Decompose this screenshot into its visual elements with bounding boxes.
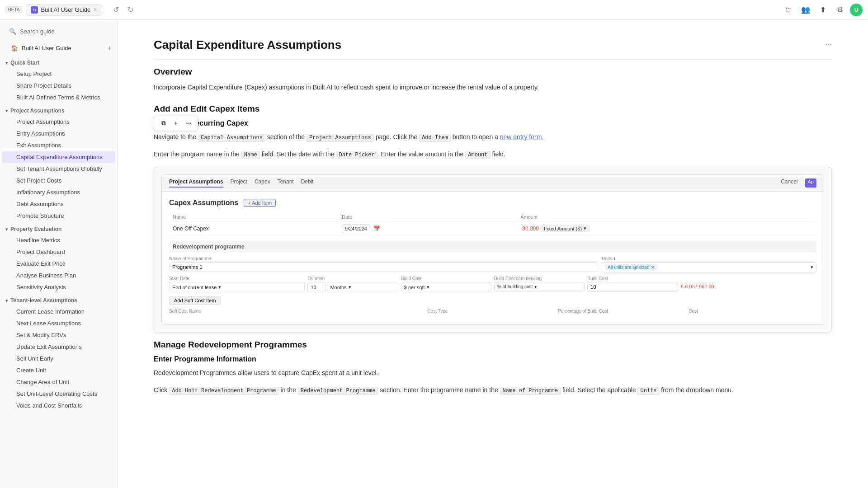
project-assumptions-code: Project Assumptions [307,134,374,142]
toolbar-add-button[interactable]: + [170,118,181,129]
sidebar-item-exit-assumptions[interactable]: Exit Assumptions [2,140,115,151]
sidebar-item-capex-assumptions[interactable]: Capital Expenditure Assumptions [2,151,115,163]
add-page-button[interactable]: + [108,44,112,52]
folder-icon-button[interactable]: 🗂 [781,3,796,17]
sc-nav-tenant[interactable]: Tenant [278,178,294,188]
sc-prog-units-label: Units ℹ [602,256,816,261]
sidebar-item-share-project[interactable]: Share Project Details [2,80,115,91]
sc-units-info-icon: ℹ [613,256,615,261]
sc-duration-input[interactable] [307,282,326,292]
sidebar-item-analyse-business[interactable]: Analyse Business Plan [2,270,115,281]
sc-start-date-select[interactable]: End of current lease ▾ [169,282,305,292]
topbar-right: 🗂 👥 ⬆ ⚙ U [781,3,863,17]
content-area: Capital Expenditure Assumptions ··· Over… [118,20,868,488]
sidebar-item-next-lease[interactable]: Next Lease Assumptions [2,318,115,329]
sidebar-item-project-dashboard[interactable]: Project Dashboard [2,246,115,258]
sidebar-item-change-area[interactable]: Change Area of Unit [2,376,115,388]
toolbar-copy-button[interactable]: ⧉ [158,118,169,129]
sc-nav-capex[interactable]: Capex [255,178,270,188]
page-menu-button[interactable]: ··· [825,40,832,50]
sidebar-item-headline-metrics[interactable]: Headline Metrics [2,235,115,246]
toolbar-more-button[interactable]: ⋯ [183,118,194,129]
sc-apply-btn[interactable]: Ap [805,178,816,188]
sidebar-item-set-unit-costs[interactable]: Set Unit-Level Operating Costs [2,388,115,399]
tenant-level-header[interactable]: ▾ Tenant-level Assumptions [0,295,117,305]
sidebar-item-update-exit[interactable]: Update Exit Assumptions [2,341,115,352]
home-item[interactable]: 🏠 Built AI User Guide [5,42,77,54]
capital-assumptions-code: Capital Assumptions [198,134,265,142]
upload-icon-button[interactable]: ⬆ [816,3,830,17]
sidebar-item-entry-assumptions[interactable]: Entry Assumptions [2,128,115,139]
tenant-level-label: Tenant-level Assumptions [10,297,77,304]
sidebar-item-sensitivity[interactable]: Sensitivity Analysis [2,282,115,293]
sc-build-cost-input[interactable] [587,282,678,292]
capex-screenshot: Project Assumptions Project Capex Tenant… [154,167,832,333]
redo-button[interactable]: ↻ [124,4,137,16]
settings-icon-button[interactable]: ⚙ [833,3,847,17]
sidebar-item-set-project-costs[interactable]: Set Project Costs [2,175,115,186]
tab-item[interactable]: B Built AI User Guide ✕ [26,4,102,16]
sc-prog-name-group: Name of Programme [169,256,598,272]
amount-code: Amount [465,151,490,159]
new-entry-form-link[interactable]: new entry form. [500,133,543,141]
sc-nav-project-assumptions[interactable]: Project Assumptions [169,178,223,188]
sc-prog-name-input[interactable] [169,262,598,272]
sidebar-item-debt[interactable]: Debt Assumptions [2,198,115,210]
property-evaluation-label: Property Evaluation [10,226,61,232]
quick-start-header[interactable]: ▾ Quick Start [0,57,117,68]
sidebar-item-setup-project[interactable]: Setup Project [2,68,115,80]
sc-date-input[interactable]: 9/24/2024 [342,224,370,233]
search-guide[interactable]: 🔍 Search guide [4,25,113,38]
property-evaluation-header[interactable]: ▾ Property Evaluation [0,223,117,234]
sidebar-item-voids[interactable]: Voids and Cost Shortfalls [2,400,115,411]
sc-cancel-btn[interactable]: Cancel [781,178,797,188]
sidebar-item-promote[interactable]: Promote Structure [2,210,115,221]
overview-text: Incorporate Capital Expenditure (Capex) … [154,82,832,93]
sidebar-item-set-modify-ervs[interactable]: Set & Modify ERVs [2,329,115,341]
sidebar-item-sell-unit-early[interactable]: Sell Unit Early [2,353,115,364]
sc-nav-project[interactable]: Project [231,178,247,188]
sc-nav-debit[interactable]: Debit [301,178,314,188]
search-guide-label: Search guide [20,28,55,35]
sc-add-soft-cost-btn[interactable]: Add Soft Cost Item [169,296,221,305]
tab-label: Built AI User Guide [41,6,90,13]
sidebar-item-project-assumptions[interactable]: Project Assumptions [2,116,115,127]
tab-close-icon[interactable]: ✕ [93,7,97,13]
sc-capex-title: Capex Assumptions [169,199,238,207]
redevelopment-programme-code: Redevelopment Programme [298,387,378,395]
sc-duration-row: Months ▾ [307,282,398,292]
sidebar-item-current-lease[interactable]: Current Lease Information [2,306,115,317]
sc-duration-unit-select[interactable]: Months ▾ [327,282,398,292]
sc-tag-close[interactable]: ✕ [651,265,655,270]
manage-heading: Manage Redevelopment Programmes [154,340,832,350]
sc-units-select[interactable]: All units are selected ✕ ▾ [602,262,816,272]
sidebar-item-terms-metrics[interactable]: Built AI Defined Terms & Metrics [2,92,115,103]
sc-prog-name-label: Name of Programme [169,256,598,261]
sidebar-item-set-tenant[interactable]: Set Tenant Assumptions Globally [2,163,115,174]
add-unit-code: Add Unit Redevelopment Programme [169,387,278,395]
sidebar-item-inflationary[interactable]: Inflationary Assumptions [2,187,115,198]
project-assumptions-group: ▾ Project Assumptions Project Assumption… [0,105,117,221]
sidebar-item-evaluate-exit[interactable]: Evaluate Exit Price [2,258,115,269]
avatar[interactable]: U [850,4,863,16]
name-of-programme-code: Name of Programme [500,387,561,395]
tenant-level-chevron: ▾ [5,298,8,303]
sc-build-cost-num-label: Build Cost [587,276,678,281]
people-icon-button[interactable]: 👥 [798,3,813,17]
sc-duration-group: Duration Months ▾ [307,276,398,292]
project-assumptions-header[interactable]: ▾ Project Assumptions [0,105,117,116]
undo-button[interactable]: ↺ [109,4,122,16]
sc-build-cost-select[interactable]: $ per sqft ▾ [401,282,491,292]
home-section-header[interactable]: 🏠 Built AI User Guide + [0,39,117,57]
sc-pct-chevron: ▾ [534,284,537,289]
sc-build-cost-pct-label: Build Cost commencing [494,276,585,281]
title-divider [154,59,832,60]
sc-amount-value: -90,000 [520,225,539,232]
sc-title-row: Capex Assumptions + Add Item [169,199,816,207]
tenant-level-group: ▾ Tenant-level Assumptions Current Lease… [0,295,117,411]
sc-build-chevron: ▾ [427,284,429,290]
sidebar-item-create-unit[interactable]: Create Unit [2,365,115,376]
sc-add-item-btn[interactable]: + Add Item [244,199,276,207]
sc-build-cost-pct-select[interactable]: % of building cost ▾ [494,282,585,291]
sc-soft-cost-name-header: Soft Cost Name [169,309,425,314]
